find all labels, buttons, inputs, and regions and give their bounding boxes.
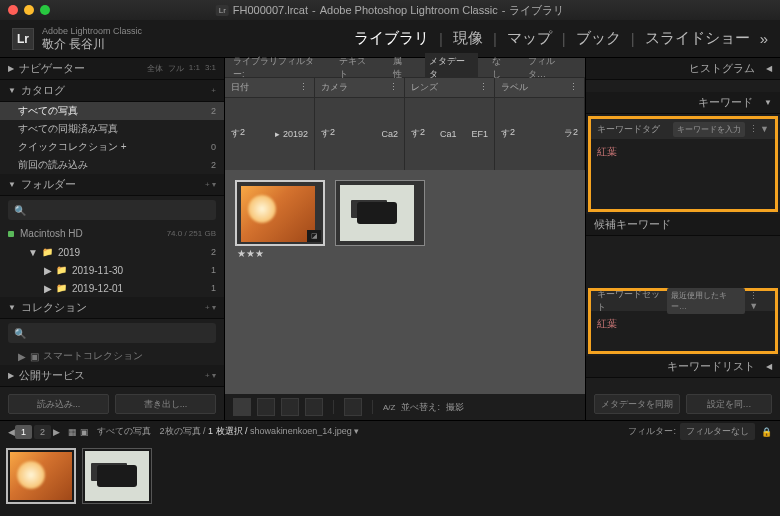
rating-stars[interactable]: ★★★ xyxy=(235,246,325,261)
folder-icon: 📁 xyxy=(42,247,53,257)
col-camera-header[interactable]: カメラ⋮ xyxy=(315,78,405,97)
collapse-icon: ▼ xyxy=(764,98,772,107)
brand-label: Adobe Lightroom Classic xyxy=(42,26,142,37)
minimize-window[interactable] xyxy=(24,5,34,15)
filter-label: ライブラリフィルター: xyxy=(233,55,325,81)
sync-metadata-button[interactable]: メタデータを同期 xyxy=(594,394,680,414)
filmstrip-thumb-2[interactable] xyxy=(82,448,152,504)
catalog-previous[interactable]: 前回の読み込み2 xyxy=(0,156,224,174)
folder-date-1[interactable]: ▶📁2019-11-301 xyxy=(34,261,224,279)
search-icon: 🔍 xyxy=(14,328,26,339)
meta-cam-row[interactable]: Ca2 xyxy=(381,128,398,140)
collections-panel[interactable]: ▼ コレクション + ▾ xyxy=(0,297,224,319)
folder-year[interactable]: ▼📁20192 xyxy=(18,243,224,261)
keyword-set-dropdown[interactable]: 最近使用したキー… xyxy=(667,288,745,314)
catalog-all-photos[interactable]: すべての写真2 xyxy=(0,102,224,120)
window-title: Lr FH000007.lrcat - Adobe Photoshop Ligh… xyxy=(216,3,565,18)
badge-icon: ◪ xyxy=(307,230,321,242)
page-next[interactable]: ▶ xyxy=(53,427,60,437)
meta-lens-row[interactable]: す2 xyxy=(411,126,425,141)
volume-indicator-icon xyxy=(8,231,14,237)
keyword-input[interactable]: キーワードを入力 xyxy=(673,122,745,137)
thumbnail-1[interactable]: ◪ xyxy=(235,180,325,246)
keyword-tag-section: キーワードタグ キーワードを入力 ⋮ ▼ 紅葉 xyxy=(588,116,778,212)
module-map[interactable]: マップ xyxy=(507,29,552,48)
page-prev[interactable]: ◀ xyxy=(8,427,15,437)
user-name: 敬介 長谷川 xyxy=(42,37,142,51)
publish-panel[interactable]: ▶ 公開サービス + ▾ xyxy=(0,365,224,387)
meta-date-row[interactable]: ▸ 20192 xyxy=(275,128,308,140)
sort-label: 並べ替え: xyxy=(401,401,440,414)
page-2[interactable]: 2 xyxy=(34,425,51,439)
filter-lock-icon[interactable]: 🔒 xyxy=(761,427,772,437)
module-develop[interactable]: 現像 xyxy=(453,29,483,48)
module-book[interactable]: ブック xyxy=(576,29,621,48)
folders-panel[interactable]: ▼ フォルダー + ▾ xyxy=(0,174,224,196)
collection-search[interactable]: 🔍 xyxy=(8,323,216,343)
filter-dropdown[interactable]: フィルターなし xyxy=(680,423,755,440)
keyword-set-section: キーワードセット 最近使用したキー… ⋮ ▼ 紅葉 xyxy=(588,288,778,354)
meta-label-row[interactable]: ラ2 xyxy=(564,126,578,141)
collapse-icon: ▼ xyxy=(8,303,16,312)
module-more[interactable]: » xyxy=(760,30,768,47)
volume-row[interactable]: Macintosh HD 74.0 / 251 GB xyxy=(0,224,224,243)
keyword-tag-label: キーワードタグ xyxy=(597,123,660,136)
keywording-panel[interactable]: キーワード▼ xyxy=(586,92,780,114)
keyword-set-label: キーワードセット xyxy=(597,288,667,314)
module-slideshow[interactable]: スライドショー xyxy=(645,29,750,48)
col-date-header[interactable]: 日付⋮ xyxy=(225,78,315,97)
folder-date-2[interactable]: ▶📁2019-12-011 xyxy=(34,279,224,297)
search-icon: 🔍 xyxy=(14,205,26,216)
expand-icon: ▶ xyxy=(8,371,14,380)
meta-label-row[interactable]: す2 xyxy=(501,126,515,141)
col-lens-header[interactable]: レンズ⋮ xyxy=(405,78,495,97)
keyword-list[interactable]: 紅葉 xyxy=(591,139,775,209)
histogram-panel[interactable]: ヒストグラム◀ xyxy=(586,58,780,80)
meta-lens-row[interactable]: Ca1 xyxy=(440,128,457,140)
photo-preview xyxy=(241,186,315,242)
keyword-list-panel[interactable]: キーワードリスト◀ xyxy=(586,356,780,378)
filmstrip-thumb-1[interactable] xyxy=(6,448,76,504)
view-icons[interactable]: ▦ ▣ xyxy=(68,427,89,437)
lr-badge-icon: Lr xyxy=(216,5,229,16)
folder-icon: 📁 xyxy=(56,265,67,275)
catalog-quick[interactable]: クイックコレクション +0 xyxy=(0,138,224,156)
keyword-set-list[interactable]: 紅葉 xyxy=(591,311,775,351)
view-survey-button[interactable] xyxy=(305,398,323,416)
expand-icon: ◀ xyxy=(766,64,772,73)
view-loupe-button[interactable] xyxy=(257,398,275,416)
meta-lens-row[interactable]: EF1 xyxy=(471,128,488,140)
collapse-icon: ▼ xyxy=(8,180,16,189)
folder-icon: 📁 xyxy=(56,283,67,293)
breadcrumb: すべての写真 2枚の写真 / 1 枚選択 / showakinenkoen_14… xyxy=(97,425,360,438)
expand-icon: ▶ xyxy=(8,64,14,73)
painter-button[interactable] xyxy=(344,398,362,416)
thumbnail-2[interactable] xyxy=(335,180,425,246)
app-logo: Lr xyxy=(12,28,34,50)
suggest-keywords-panel[interactable]: 候補キーワード xyxy=(586,214,780,236)
meta-cam-row[interactable]: す2 xyxy=(321,126,335,141)
import-button[interactable]: 読み込み... xyxy=(8,394,109,414)
smart-collection-icon: ▣ xyxy=(30,351,39,362)
module-library[interactable]: ライブラリ xyxy=(354,29,429,48)
view-grid-button[interactable] xyxy=(233,398,251,416)
catalog-panel[interactable]: ▼ カタログ + xyxy=(0,80,224,102)
col-label-header[interactable]: ラベル⋮ xyxy=(495,78,585,97)
sync-settings-button[interactable]: 設定を同… xyxy=(686,394,772,414)
navigator-panel[interactable]: ▶ ナビゲーター 全体 フル 1:1 3:1 xyxy=(0,58,224,80)
meta-date-row[interactable]: す2 xyxy=(231,126,245,141)
catalog-synced[interactable]: すべての同期済み写真 xyxy=(0,120,224,138)
page-1[interactable]: 1 xyxy=(15,425,32,439)
sort-ratio[interactable]: A/Z xyxy=(383,403,395,412)
photo-preview xyxy=(340,185,414,241)
folder-search[interactable]: 🔍 xyxy=(8,200,216,220)
export-button[interactable]: 書き出し... xyxy=(115,394,216,414)
view-compare-button[interactable] xyxy=(281,398,299,416)
maximize-window[interactable] xyxy=(40,5,50,15)
close-window[interactable] xyxy=(8,5,18,15)
expand-icon: ◀ xyxy=(766,362,772,371)
sort-value[interactable]: 撮影 xyxy=(446,401,464,414)
collapse-icon: ▼ xyxy=(8,86,16,95)
filter-label: フィルター: xyxy=(628,425,676,438)
smart-collection[interactable]: ▶▣スマートコレクション xyxy=(0,347,224,365)
